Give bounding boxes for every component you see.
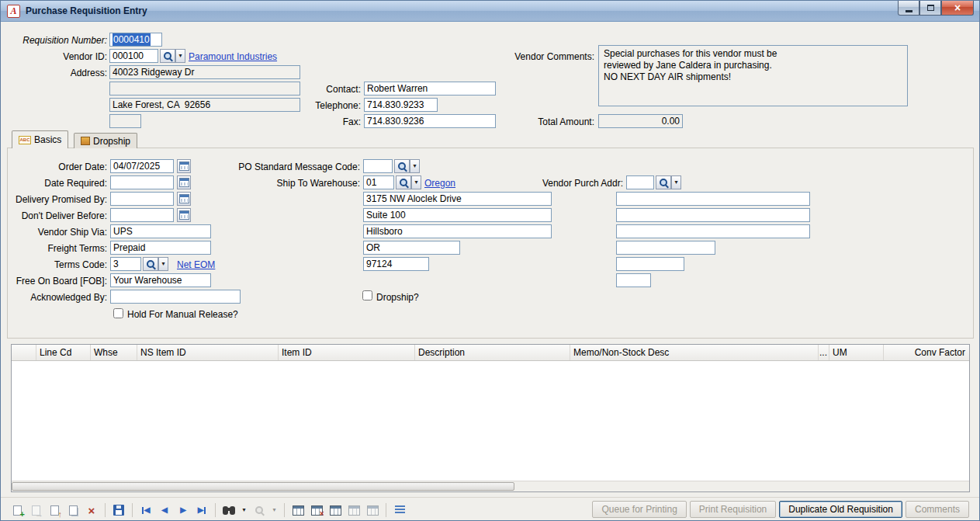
contact-input[interactable] xyxy=(364,82,496,96)
grid-remove-icon[interactable]: × xyxy=(310,503,324,517)
ship-zip-field[interactable] xyxy=(363,257,429,271)
po-message-lookup-button[interactable] xyxy=(394,159,410,173)
hold-for-manual-release-checkbox[interactable] xyxy=(113,308,123,318)
ship-state-field[interactable] xyxy=(363,241,460,255)
next-record-icon[interactable]: ▶ xyxy=(176,503,190,517)
grid-import-icon[interactable] xyxy=(365,503,379,517)
find-icon[interactable] xyxy=(222,503,236,517)
print-requisition-button[interactable]: Print Requisition xyxy=(690,501,776,518)
ship-address-line1-field[interactable] xyxy=(363,192,552,206)
terms-code-input[interactable] xyxy=(110,257,141,271)
ship-to-lookup-button[interactable] xyxy=(396,175,411,189)
footer-buttons: Queue for Printing Print Requisition Dup… xyxy=(592,501,969,518)
vendor-comments-box[interactable]: Special purchases for this vendor must b… xyxy=(598,45,908,106)
address-line3-field[interactable] xyxy=(109,98,300,112)
zoom-icon[interactable] xyxy=(252,503,266,517)
grid-col-line-cd[interactable]: Line Cd xyxy=(36,345,91,360)
vendor-purch-address-line2-field[interactable] xyxy=(616,208,810,222)
address-line2-field[interactable] xyxy=(109,82,300,96)
delete-row-icon[interactable]: × xyxy=(85,503,99,517)
terms-code-lookup-button[interactable] xyxy=(143,257,158,271)
grid-col-memo[interactable]: Memo/Non-Stock Desc xyxy=(570,345,819,360)
grid-col-description[interactable]: Description xyxy=(415,345,570,360)
copy-row-icon[interactable] xyxy=(66,503,80,517)
vendor-id-lookup-button[interactable] xyxy=(160,49,175,63)
vendor-purch-zip-field[interactable] xyxy=(616,257,684,271)
acknowledged-by-input[interactable] xyxy=(110,290,241,304)
line-items-grid[interactable]: Line Cd Whse NS Item ID Item ID Descript… xyxy=(11,344,970,492)
tab-dropship-label: Dropship xyxy=(93,136,130,147)
vendor-purch-lookup-button[interactable] xyxy=(656,175,671,189)
prev-record-icon[interactable]: ◀ xyxy=(158,503,171,517)
date-required-input[interactable] xyxy=(110,175,174,189)
package-icon xyxy=(81,137,90,145)
first-record-icon[interactable]: ◀ xyxy=(139,503,153,517)
tab-dropship[interactable]: Dropship xyxy=(74,133,137,148)
grid-col-whse[interactable]: Whse xyxy=(91,345,137,360)
minimize-button[interactable] xyxy=(898,1,919,16)
ship-to-lookup-dropdown[interactable]: ▾ xyxy=(411,175,421,189)
terms-code-lookup-dropdown[interactable]: ▾ xyxy=(158,257,168,271)
vendor-name-link[interactable]: Paramount Industries xyxy=(189,51,277,62)
insert-row-icon[interactable]: ↑ xyxy=(47,503,61,517)
maximize-button[interactable] xyxy=(919,1,941,16)
vendor-id-input[interactable] xyxy=(109,49,158,63)
vendor-purch-state-field[interactable] xyxy=(616,241,715,255)
vendor-purch-country-field[interactable] xyxy=(616,273,651,287)
address-line1-field[interactable] xyxy=(109,65,300,79)
toolbar-separator xyxy=(105,503,106,517)
grid-col-ellipsis[interactable]: ... xyxy=(819,345,829,360)
grid-col-conv-factor[interactable]: Conv Factor xyxy=(884,345,969,360)
vendor-purch-lookup-dropdown[interactable]: ▾ xyxy=(671,175,681,189)
date-required-calendar-button[interactable] xyxy=(177,175,191,189)
vendor-purch-city-field[interactable] xyxy=(616,224,810,238)
vendor-purch-addr-input[interactable] xyxy=(626,175,654,189)
total-amount-field[interactable] xyxy=(598,114,683,128)
ship-address-line2-field[interactable] xyxy=(363,208,552,222)
scrollbar-thumb[interactable] xyxy=(12,482,514,491)
vendor-ship-via-input[interactable] xyxy=(110,224,211,238)
ship-to-warehouse-link[interactable]: Oregon xyxy=(424,178,455,189)
dont-deliver-before-input[interactable] xyxy=(110,208,174,222)
po-standard-message-code-input[interactable] xyxy=(363,159,393,173)
zoom-dropdown-icon[interactable]: ▾ xyxy=(271,503,278,517)
grid-col-um[interactable]: UM xyxy=(829,345,884,360)
grid-body[interactable] xyxy=(12,361,969,481)
duplicate-old-requisition-button[interactable]: Duplicate Old Requisition xyxy=(779,501,902,518)
close-button[interactable]: × xyxy=(941,1,974,16)
grid-export-icon[interactable] xyxy=(347,503,361,517)
grid-horizontal-scrollbar[interactable] xyxy=(12,481,969,491)
save-icon[interactable] xyxy=(112,503,126,517)
telephone-input[interactable] xyxy=(364,98,438,112)
comments-button[interactable]: Comments xyxy=(906,501,969,518)
vendor-purch-address-line1-field[interactable] xyxy=(616,192,810,206)
ship-city-field[interactable] xyxy=(363,224,552,238)
order-date-calendar-button[interactable] xyxy=(177,159,191,173)
terms-code-link[interactable]: Net EOM xyxy=(177,259,215,270)
goto-row-icon[interactable]: → xyxy=(29,503,43,517)
queue-for-printing-button[interactable]: Queue for Printing xyxy=(592,501,686,518)
order-date-input[interactable] xyxy=(110,159,174,173)
grid-settings-icon[interactable] xyxy=(291,503,305,517)
grid-col-item-id[interactable]: Item ID xyxy=(279,345,415,360)
address-line4-field[interactable] xyxy=(109,114,141,128)
list-view-icon[interactable] xyxy=(393,503,407,517)
new-row-icon[interactable]: + xyxy=(10,503,24,517)
fax-input[interactable] xyxy=(364,114,496,128)
find-dropdown-icon[interactable]: ▾ xyxy=(241,503,248,517)
last-record-icon[interactable]: ▶ xyxy=(195,503,209,517)
delivery-promised-input[interactable] xyxy=(110,192,174,206)
po-message-lookup-dropdown[interactable]: ▾ xyxy=(410,159,420,173)
dont-deliver-calendar-button[interactable] xyxy=(177,208,191,222)
tab-basics[interactable]: ABC Basics xyxy=(12,130,68,148)
ship-to-warehouse-input[interactable] xyxy=(363,175,394,189)
delivery-promised-calendar-button[interactable] xyxy=(177,192,191,206)
freight-terms-input[interactable] xyxy=(110,241,211,255)
grid-col-ns-item-id[interactable]: NS Item ID xyxy=(137,345,279,360)
dropship-checkbox[interactable] xyxy=(362,290,372,300)
titlebar[interactable]: A Purchase Requisition Entry × xyxy=(1,1,979,22)
grid-layout-icon[interactable] xyxy=(328,503,342,517)
vendor-id-lookup-dropdown[interactable]: ▾ xyxy=(175,49,185,63)
requisition-number-input[interactable]: 0000410 xyxy=(109,33,162,47)
fob-input[interactable] xyxy=(110,273,211,287)
